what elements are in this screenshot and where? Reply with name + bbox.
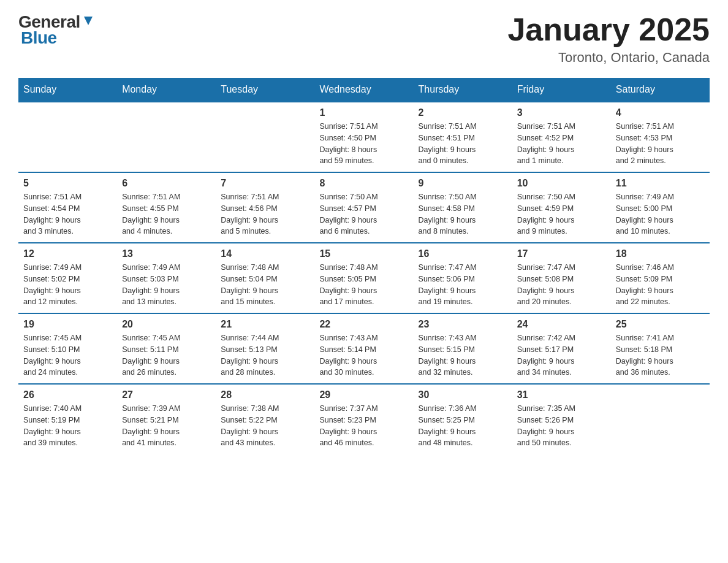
calendar-week-row: 26Sunrise: 7:40 AM Sunset: 5:19 PM Dayli…	[18, 384, 710, 454]
header-tuesday: Tuesday	[216, 78, 314, 102]
day-info: Sunrise: 7:47 AM Sunset: 5:08 PM Dayligh…	[517, 262, 606, 308]
calendar-header: Sunday Monday Tuesday Wednesday Thursday…	[18, 78, 710, 102]
table-row: 15Sunrise: 7:48 AM Sunset: 5:05 PM Dayli…	[314, 243, 413, 313]
table-row: 31Sunrise: 7:35 AM Sunset: 5:26 PM Dayli…	[512, 384, 611, 454]
day-info: Sunrise: 7:35 AM Sunset: 5:26 PM Dayligh…	[517, 403, 606, 449]
day-info: Sunrise: 7:51 AM Sunset: 4:53 PM Dayligh…	[616, 121, 705, 167]
day-info: Sunrise: 7:48 AM Sunset: 5:05 PM Dayligh…	[319, 262, 408, 308]
table-row	[18, 102, 117, 172]
table-row: 18Sunrise: 7:46 AM Sunset: 5:09 PM Dayli…	[611, 243, 710, 313]
day-info: Sunrise: 7:47 AM Sunset: 5:06 PM Dayligh…	[419, 262, 507, 308]
day-number: 1	[319, 107, 408, 118]
day-number: 25	[616, 319, 705, 330]
day-info: Sunrise: 7:49 AM Sunset: 5:02 PM Dayligh…	[23, 262, 112, 308]
day-number: 31	[517, 389, 606, 400]
header-thursday: Thursday	[414, 78, 512, 102]
table-row: 9Sunrise: 7:50 AM Sunset: 4:58 PM Daylig…	[414, 172, 512, 243]
table-row: 20Sunrise: 7:45 AM Sunset: 5:11 PM Dayli…	[117, 313, 216, 384]
header-monday: Monday	[117, 78, 216, 102]
day-number: 19	[23, 319, 112, 330]
table-row: 11Sunrise: 7:49 AM Sunset: 5:00 PM Dayli…	[611, 172, 710, 243]
day-info: Sunrise: 7:49 AM Sunset: 5:03 PM Dayligh…	[122, 262, 211, 308]
table-row: 1Sunrise: 7:51 AM Sunset: 4:50 PM Daylig…	[314, 102, 413, 172]
day-info: Sunrise: 7:45 AM Sunset: 5:10 PM Dayligh…	[23, 332, 112, 378]
table-row: 3Sunrise: 7:51 AM Sunset: 4:52 PM Daylig…	[512, 102, 611, 172]
calendar-week-row: 5Sunrise: 7:51 AM Sunset: 4:54 PM Daylig…	[18, 172, 710, 243]
title-block: January 2025 Toronto, Ontario, Canada	[507, 12, 710, 66]
table-row: 24Sunrise: 7:42 AM Sunset: 5:17 PM Dayli…	[512, 313, 611, 384]
day-info: Sunrise: 7:46 AM Sunset: 5:09 PM Dayligh…	[616, 262, 705, 308]
day-number: 2	[419, 107, 507, 118]
day-number: 7	[221, 178, 309, 189]
calendar-week-row: 19Sunrise: 7:45 AM Sunset: 5:10 PM Dayli…	[18, 313, 710, 384]
table-row	[117, 102, 216, 172]
header-saturday: Saturday	[611, 78, 710, 102]
day-number: 17	[517, 248, 606, 259]
weekday-header-row: Sunday Monday Tuesday Wednesday Thursday…	[18, 78, 710, 102]
day-number: 15	[319, 248, 408, 259]
day-info: Sunrise: 7:36 AM Sunset: 5:25 PM Dayligh…	[419, 403, 507, 449]
table-row: 23Sunrise: 7:43 AM Sunset: 5:15 PM Dayli…	[414, 313, 512, 384]
day-info: Sunrise: 7:42 AM Sunset: 5:17 PM Dayligh…	[517, 332, 606, 378]
day-info: Sunrise: 7:37 AM Sunset: 5:23 PM Dayligh…	[319, 403, 408, 449]
table-row: 29Sunrise: 7:37 AM Sunset: 5:23 PM Dayli…	[314, 384, 413, 454]
table-row: 26Sunrise: 7:40 AM Sunset: 5:19 PM Dayli…	[18, 384, 117, 454]
location-text: Toronto, Ontario, Canada	[507, 50, 710, 66]
table-row: 25Sunrise: 7:41 AM Sunset: 5:18 PM Dayli…	[611, 313, 710, 384]
table-row: 19Sunrise: 7:45 AM Sunset: 5:10 PM Dayli…	[18, 313, 117, 384]
day-number: 3	[517, 107, 606, 118]
table-row	[216, 102, 314, 172]
day-number: 20	[122, 319, 211, 330]
table-row: 28Sunrise: 7:38 AM Sunset: 5:22 PM Dayli…	[216, 384, 314, 454]
day-info: Sunrise: 7:41 AM Sunset: 5:18 PM Dayligh…	[616, 332, 705, 378]
calendar-week-row: 1Sunrise: 7:51 AM Sunset: 4:50 PM Daylig…	[18, 102, 710, 172]
day-number: 29	[319, 389, 408, 400]
logo-blue-text: Blue	[21, 28, 57, 47]
table-row: 14Sunrise: 7:48 AM Sunset: 5:04 PM Dayli…	[216, 243, 314, 313]
day-info: Sunrise: 7:43 AM Sunset: 5:14 PM Dayligh…	[319, 332, 408, 378]
day-number: 8	[319, 178, 408, 189]
day-number: 4	[616, 107, 705, 118]
day-info: Sunrise: 7:51 AM Sunset: 4:56 PM Dayligh…	[221, 191, 309, 237]
table-row: 13Sunrise: 7:49 AM Sunset: 5:03 PM Dayli…	[117, 243, 216, 313]
table-row: 4Sunrise: 7:51 AM Sunset: 4:53 PM Daylig…	[611, 102, 710, 172]
day-number: 26	[23, 389, 112, 400]
day-info: Sunrise: 7:49 AM Sunset: 5:00 PM Dayligh…	[616, 191, 705, 237]
day-number: 16	[419, 248, 507, 259]
day-info: Sunrise: 7:51 AM Sunset: 4:54 PM Dayligh…	[23, 191, 112, 237]
day-info: Sunrise: 7:50 AM Sunset: 4:57 PM Dayligh…	[319, 191, 408, 237]
day-info: Sunrise: 7:51 AM Sunset: 4:55 PM Dayligh…	[122, 191, 211, 237]
table-row: 27Sunrise: 7:39 AM Sunset: 5:21 PM Dayli…	[117, 384, 216, 454]
day-number: 22	[319, 319, 408, 330]
day-number: 28	[221, 389, 309, 400]
svg-marker-0	[84, 17, 93, 25]
day-info: Sunrise: 7:51 AM Sunset: 4:51 PM Dayligh…	[419, 121, 507, 167]
day-info: Sunrise: 7:39 AM Sunset: 5:21 PM Dayligh…	[122, 403, 211, 449]
logo-arrow-icon	[82, 14, 95, 28]
table-row: 12Sunrise: 7:49 AM Sunset: 5:02 PM Dayli…	[18, 243, 117, 313]
table-row: 21Sunrise: 7:44 AM Sunset: 5:13 PM Dayli…	[216, 313, 314, 384]
calendar-table: Sunday Monday Tuesday Wednesday Thursday…	[18, 78, 710, 454]
day-info: Sunrise: 7:50 AM Sunset: 4:59 PM Dayligh…	[517, 191, 606, 237]
table-row: 6Sunrise: 7:51 AM Sunset: 4:55 PM Daylig…	[117, 172, 216, 243]
day-info: Sunrise: 7:40 AM Sunset: 5:19 PM Dayligh…	[23, 403, 112, 449]
table-row	[611, 384, 710, 454]
day-number: 10	[517, 178, 606, 189]
logo: General Blue	[18, 12, 95, 48]
day-number: 18	[616, 248, 705, 259]
table-row: 16Sunrise: 7:47 AM Sunset: 5:06 PM Dayli…	[414, 243, 512, 313]
day-number: 12	[23, 248, 112, 259]
day-number: 23	[419, 319, 507, 330]
header-wednesday: Wednesday	[314, 78, 413, 102]
table-row: 10Sunrise: 7:50 AM Sunset: 4:59 PM Dayli…	[512, 172, 611, 243]
calendar-week-row: 12Sunrise: 7:49 AM Sunset: 5:02 PM Dayli…	[18, 243, 710, 313]
day-number: 6	[122, 178, 211, 189]
table-row: 2Sunrise: 7:51 AM Sunset: 4:51 PM Daylig…	[414, 102, 512, 172]
table-row: 30Sunrise: 7:36 AM Sunset: 5:25 PM Dayli…	[414, 384, 512, 454]
day-number: 27	[122, 389, 211, 400]
header-friday: Friday	[512, 78, 611, 102]
table-row: 17Sunrise: 7:47 AM Sunset: 5:08 PM Dayli…	[512, 243, 611, 313]
day-info: Sunrise: 7:38 AM Sunset: 5:22 PM Dayligh…	[221, 403, 309, 449]
day-number: 5	[23, 178, 112, 189]
day-info: Sunrise: 7:51 AM Sunset: 4:52 PM Dayligh…	[517, 121, 606, 167]
